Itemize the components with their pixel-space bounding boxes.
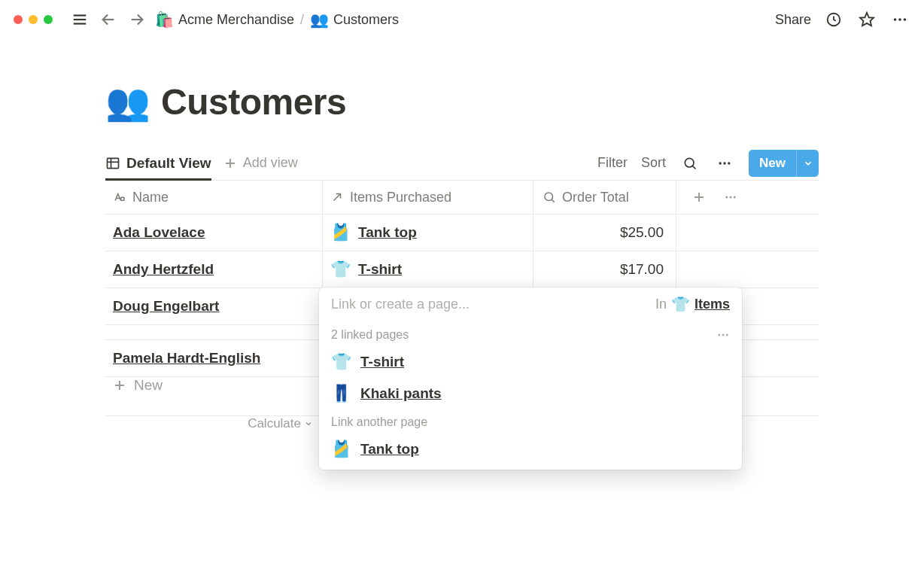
nav-back-button[interactable] [98,9,119,30]
row-name[interactable]: Doug Engelbart [105,288,322,324]
add-view-button[interactable]: Add view [223,155,298,171]
t-shirt-icon: 👕 [331,352,351,372]
row-item-label: T-shirt [358,261,402,278]
page-title-row: 👥 Customers [105,81,819,123]
breadcrumb-current-label: Customers [333,12,399,28]
svg-point-15 [685,158,694,167]
new-button-label[interactable]: New [749,150,796,177]
search-icon[interactable] [679,153,701,174]
window-traffic-lights [14,15,53,24]
breadcrumb-separator: / [300,12,304,28]
svg-point-22 [545,193,553,201]
sort-button[interactable]: Sort [641,155,666,171]
popover-search-row: In 👕 Items [319,287,742,322]
view-tab-label: Default View [126,155,211,172]
table-row[interactable]: Ada Lovelace 🎽 Tank top $25.00 [105,214,819,251]
new-button-dropdown[interactable] [796,150,819,177]
more-icon[interactable] [889,9,910,30]
window-zoom-button[interactable] [44,15,53,24]
svg-line-23 [552,199,555,202]
updates-icon[interactable] [823,9,844,30]
row-total[interactable]: $25.00 [533,214,676,251]
column-header-items-label: Items Purchased [350,190,451,205]
table-row[interactable]: Andy Hertzfeld 👕 T-shirt $17.00 [105,251,819,288]
breadcrumb-parent-label: Acme Merchandise [178,12,294,28]
view-more-icon[interactable] [714,153,735,174]
link-page-input[interactable] [331,297,648,312]
linked-pages-section: 2 linked pages [319,322,742,346]
topbar-right: Share [775,9,910,30]
view-tab-default[interactable]: Default View [105,146,211,181]
row-name[interactable]: Andy Hertzfeld [105,251,322,287]
svg-point-27 [730,196,732,199]
topbar: 🛍️ Acme Merchandise / 👥 Customers Share [0,0,924,39]
linked-page-label: Khaki pants [360,385,442,402]
row-total[interactable]: $17.00 [533,251,676,287]
link-another-section: Link another page [319,409,742,434]
table-header-row: Name Items Purchased Order Total [105,181,819,214]
link-suggestion-label: Tank top [360,441,419,458]
svg-point-9 [904,18,907,21]
popover-db-name: Items [695,297,730,312]
svg-point-26 [725,196,728,199]
people-icon: 👥 [310,11,329,29]
svg-line-16 [692,166,695,169]
t-shirt-icon: 👕 [671,295,690,313]
svg-point-33 [726,334,728,336]
views-bar: Default View Add view Filter Sort New [105,146,819,181]
add-column-button[interactable] [688,187,710,208]
link-another-label: Link another page [331,415,427,429]
svg-line-21 [334,194,341,201]
new-button[interactable]: New [749,150,819,177]
calculate-label: Calculate [248,416,301,431]
svg-point-18 [723,162,725,164]
in-label: In [655,297,667,312]
row-item[interactable]: 👕 T-shirt [323,251,533,287]
svg-point-19 [728,162,730,164]
row-name[interactable]: Ada Lovelace [105,214,322,251]
svg-marker-6 [860,13,874,26]
window-close-button[interactable] [14,15,23,24]
column-header-total-label: Order Total [562,190,629,205]
column-header-items[interactable]: Items Purchased [323,181,533,214]
svg-point-31 [718,334,720,336]
linked-pages-more-button[interactable] [716,328,730,342]
svg-point-8 [898,18,901,21]
svg-point-17 [719,162,722,164]
column-header-name[interactable]: Name [105,181,322,214]
row-item-label: Tank top [358,224,417,241]
row-name[interactable]: Pamela Hardt-English [105,340,322,376]
page-icon[interactable]: 👥 [105,81,150,123]
breadcrumb-parent[interactable]: 🛍️ Acme Merchandise [155,11,294,29]
page-title[interactable]: Customers [161,81,346,123]
svg-point-32 [722,334,725,336]
new-row-label: New [134,377,163,394]
svg-point-7 [894,18,897,21]
shopping-bags-icon: 🛍️ [155,11,174,29]
window-minimize-button[interactable] [29,15,38,24]
svg-rect-10 [108,158,119,168]
row-item[interactable]: 🎽 Tank top [323,214,533,251]
hamburger-icon[interactable] [69,9,90,30]
link-suggestion-option[interactable]: 🎽 Tank top [319,434,742,465]
popover-in-database[interactable]: In 👕 Items [655,295,730,313]
column-header-extra [676,181,819,214]
filter-button[interactable]: Filter [597,155,628,171]
tank-top-icon: 🎽 [331,440,351,459]
linked-pages-label: 2 linked pages [331,328,409,342]
jeans-icon: 👖 [331,384,351,403]
share-button[interactable]: Share [775,12,811,28]
views-controls: Filter Sort New [597,150,819,177]
favorite-icon[interactable] [856,9,877,30]
column-header-total[interactable]: Order Total [533,181,676,214]
tank-top-icon: 🎽 [330,223,351,242]
breadcrumb-current[interactable]: 👥 Customers [310,11,399,29]
linked-page-option[interactable]: 👖 Khaki pants [319,378,742,409]
relation-popover: In 👕 Items 2 linked pages 👕 T-shirt 👖 Kh… [319,287,742,470]
linked-page-option[interactable]: 👕 T-shirt [319,346,742,378]
breadcrumb: 🛍️ Acme Merchandise / 👥 Customers [155,11,399,29]
linked-page-label: T-shirt [360,354,404,370]
calculate-button[interactable]: Calculate [105,416,322,431]
column-more-button[interactable] [720,187,741,208]
nav-forward-button[interactable] [126,9,147,30]
